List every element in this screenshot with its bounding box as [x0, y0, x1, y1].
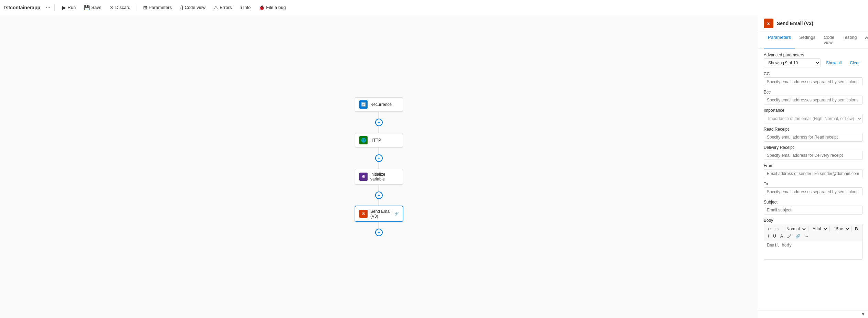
discard-button[interactable]: ✕ Discard: [106, 3, 134, 12]
advanced-params-select[interactable]: Showing 9 of 10: [764, 58, 821, 67]
divider-1: [54, 4, 55, 11]
toolbar: ▶ Run 💾 Save ✕ Discard ⊞ Parameters {} C…: [59, 3, 289, 12]
read-receipt-label: Read Receipt: [764, 127, 862, 132]
importance-field-group: Importance Importance of the email (High…: [764, 108, 862, 123]
flow-container: 🔄 Recurrence + 🌐 HTTP + ⚙ Initia: [355, 97, 403, 236]
scroll-down-button[interactable]: ▼: [861, 312, 865, 317]
panel-tabs: Parameters Settings Code view Testing Ab…: [758, 32, 868, 48]
subject-input[interactable]: [764, 206, 862, 215]
node-link-icon: 🔗: [394, 212, 399, 216]
run-icon: ▶: [62, 5, 66, 10]
advanced-params-row: Showing 9 of 10 Show all Clear: [764, 58, 862, 67]
recurrence-label: Recurrence: [370, 102, 399, 107]
tab-parameters[interactable]: Parameters: [764, 32, 795, 48]
redo-button[interactable]: ↪: [774, 226, 781, 232]
body-toolbar: ↩ ↪ Normal Arial 15px B: [764, 224, 862, 241]
save-button[interactable]: 💾 Save: [81, 3, 105, 12]
read-receipt-input[interactable]: [764, 133, 862, 142]
http-node[interactable]: 🌐 HTTP: [355, 133, 403, 147]
body-field-group: Body ↩ ↪ Normal Arial 15px: [764, 218, 862, 261]
more-button[interactable]: ···: [803, 233, 810, 239]
size-select[interactable]: 15px: [831, 226, 850, 232]
tab-testing[interactable]: Testing: [838, 32, 861, 48]
tab-settings[interactable]: Settings: [795, 32, 819, 48]
add-between-init-send[interactable]: +: [375, 191, 383, 199]
bug-icon: 🐞: [259, 5, 265, 10]
tab-about[interactable]: About: [861, 32, 868, 48]
toolbar-div-4: [851, 226, 852, 232]
cc-field-group: CC: [764, 72, 862, 86]
init-var-icon: ⚙: [359, 173, 368, 181]
initialize-variable-node[interactable]: ⚙ Initialize variable: [355, 169, 403, 185]
add-between-http-init[interactable]: +: [375, 154, 383, 162]
connector-3: +: [375, 185, 383, 206]
undo-button[interactable]: ↩: [766, 226, 773, 232]
line-1b: [379, 126, 379, 133]
cc-label: CC: [764, 72, 862, 76]
recurrence-node[interactable]: 🔄 Recurrence: [355, 97, 403, 112]
toolbar-div-3: [829, 226, 830, 232]
run-button[interactable]: ▶ Run: [59, 3, 79, 12]
font-color-button[interactable]: A: [779, 233, 785, 239]
to-field-group: To: [764, 182, 862, 196]
from-label: From: [764, 163, 862, 168]
line-3b: [379, 199, 379, 206]
from-input[interactable]: [764, 169, 862, 178]
add-between-recurrence-http[interactable]: +: [375, 119, 383, 126]
italic-button[interactable]: I: [766, 233, 771, 239]
format-select[interactable]: Normal: [784, 226, 807, 232]
importance-select[interactable]: Importance of the email (High, Normal, o…: [764, 114, 862, 123]
code-view-button[interactable]: {} Code view: [177, 3, 209, 12]
bcc-input[interactable]: [764, 96, 862, 105]
app-name: tstcontainerapp: [4, 5, 40, 10]
errors-button[interactable]: ⚠ Errors: [210, 3, 235, 12]
errors-icon: ⚠: [214, 5, 218, 10]
subject-label: Subject: [764, 200, 862, 205]
tab-code-view[interactable]: Code view: [819, 32, 838, 48]
bcc-label: Bcc: [764, 90, 862, 95]
recurrence-icon: 🔄: [359, 100, 368, 109]
underline-button[interactable]: U: [771, 233, 778, 239]
bold-button[interactable]: B: [853, 226, 860, 232]
send-email-icon: ✉: [359, 210, 368, 218]
body-textarea[interactable]: [764, 241, 862, 260]
line-2: [379, 147, 379, 154]
to-input[interactable]: [764, 187, 862, 196]
toolbar-div-2: [808, 226, 808, 232]
info-button[interactable]: ℹ Info: [237, 3, 254, 12]
code-icon: {}: [180, 5, 183, 10]
parameters-button[interactable]: ⊞ Parameters: [140, 3, 175, 12]
canvas[interactable]: 🔄 Recurrence + 🌐 HTTP + ⚙ Initia: [0, 15, 758, 318]
panel-header: ✉ Send Email (V3): [758, 15, 868, 32]
clear-button[interactable]: Clear: [847, 59, 862, 67]
delivery-receipt-input[interactable]: [764, 151, 862, 160]
http-label: HTTP: [370, 138, 399, 143]
connector-2: +: [375, 147, 383, 169]
file-bug-button[interactable]: 🐞 File a bug: [255, 3, 289, 12]
main-area: 🔄 Recurrence + 🌐 HTTP + ⚙ Initia: [0, 15, 868, 318]
show-all-button[interactable]: Show all: [823, 59, 844, 67]
toolbar-divider: [137, 4, 137, 11]
to-label: To: [764, 182, 862, 186]
send-email-node[interactable]: ✉ Send Email (V3) 🔗: [355, 206, 403, 222]
init-var-label: Initialize variable: [370, 172, 399, 182]
font-select[interactable]: Arial: [810, 226, 828, 232]
highlight-button[interactable]: 🖊: [785, 233, 793, 239]
panel-title: Send Email (V3): [777, 21, 813, 26]
add-after-send-email[interactable]: +: [375, 229, 383, 236]
cc-input[interactable]: [764, 77, 862, 86]
advanced-params-label: Advanced parameters: [764, 53, 862, 57]
send-email-label: Send Email (V3): [370, 209, 394, 219]
http-icon: 🌐: [359, 136, 368, 144]
delivery-receipt-field-group: Delivery Receipt: [764, 145, 862, 160]
toolbar-div-1: [782, 226, 782, 232]
read-receipt-field-group: Read Receipt: [764, 127, 862, 142]
discard-icon: ✕: [110, 5, 114, 10]
app-dots-menu[interactable]: ···: [46, 4, 50, 11]
info-icon: ℹ: [240, 5, 242, 10]
bcc-field-group: Bcc: [764, 90, 862, 105]
parameters-icon: ⊞: [143, 5, 147, 10]
topbar: tstcontainerapp ··· ▶ Run 💾 Save ✕ Disca…: [0, 0, 868, 15]
link-button[interactable]: 🔗: [794, 233, 802, 239]
line-3: [379, 185, 379, 191]
